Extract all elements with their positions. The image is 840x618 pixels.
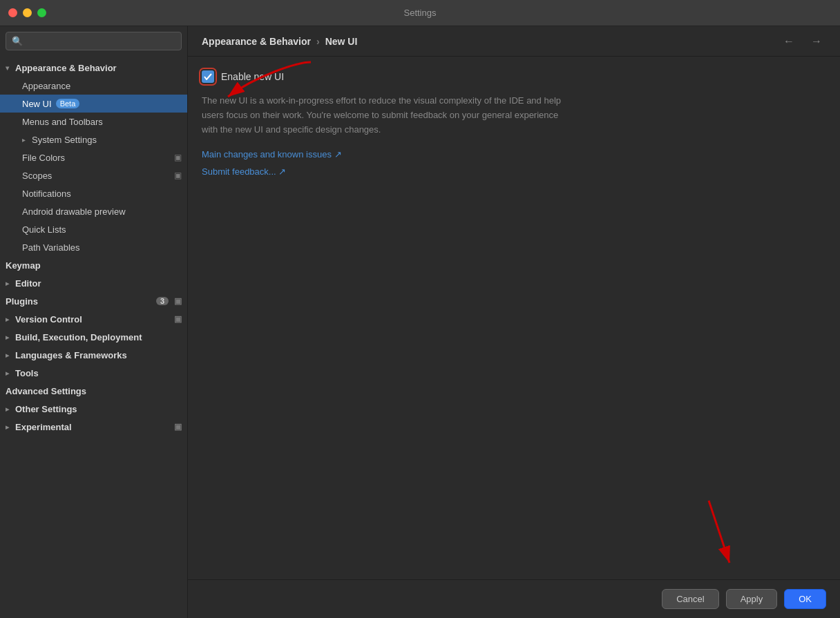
sidebar-item-label: System Settings: [32, 135, 97, 145]
beta-badge: Beta: [56, 99, 80, 108]
settings-icon: ▣: [174, 296, 182, 306]
sidebar-item-android-drawable[interactable]: Android drawable preview: [0, 202, 187, 220]
settings-icon: ▣: [174, 171, 182, 180]
enable-newui-row: Enable new UI: [202, 70, 826, 83]
content-header: Appearance & Behavior › New UI ← →: [188, 26, 840, 57]
chevron-icon: [6, 351, 15, 359]
content-area: Appearance & Behavior › New UI ← → Enabl…: [188, 26, 840, 618]
search-icon: 🔍: [12, 36, 23, 46]
footer: Cancel Apply OK: [188, 579, 840, 618]
sidebar-item-label: Scopes: [22, 171, 52, 181]
sidebar: 🔍 Appearance & Behavior Appearance New U…: [0, 26, 188, 618]
main-layout: 🔍 Appearance & Behavior Appearance New U…: [0, 26, 840, 618]
enable-newui-checkbox[interactable]: [202, 70, 214, 83]
main-changes-link-text: Main changes and known issues ↗: [202, 149, 342, 160]
sidebar-item-appearance-behavior[interactable]: Appearance & Behavior: [0, 59, 187, 77]
chevron-icon: [6, 405, 15, 413]
sidebar-item-build-exec[interactable]: Build, Execution, Deployment: [0, 328, 187, 346]
settings-icon: ▣: [174, 422, 182, 432]
breadcrumb: Appearance & Behavior › New UI: [202, 36, 357, 47]
content-body: Enable new UI The new UI is a work-in-pr…: [188, 57, 840, 579]
sidebar-item-experimental[interactable]: Experimental ▣: [0, 418, 187, 436]
sidebar-item-appearance[interactable]: Appearance: [0, 77, 187, 95]
chevron-icon: [6, 64, 15, 72]
sidebar-item-new-ui[interactable]: New UI Beta: [0, 95, 187, 113]
back-button[interactable]: ←: [779, 34, 799, 49]
sidebar-item-tools[interactable]: Tools: [0, 364, 187, 382]
breadcrumb-parent: Appearance & Behavior: [202, 36, 311, 47]
window-controls: [8, 8, 46, 17]
sidebar-item-label: Menus and Toolbars: [22, 117, 103, 127]
checkmark-icon: [204, 73, 212, 80]
sidebar-item-label: Experimental: [15, 422, 72, 432]
minimize-button[interactable]: [23, 8, 32, 17]
nav-buttons: ← →: [779, 34, 826, 49]
sidebar-item-path-variables[interactable]: Path Variables: [0, 238, 187, 256]
sidebar-item-file-colors[interactable]: File Colors ▣: [0, 148, 187, 166]
sidebar-item-label: Quick Lists: [22, 224, 66, 235]
titlebar: Settings: [0, 0, 840, 26]
chevron-icon: [6, 369, 15, 377]
sidebar-item-scopes[interactable]: Scopes ▣: [0, 166, 187, 184]
sidebar-item-label: Version Control: [15, 314, 82, 325]
sidebar-item-label: Tools: [15, 368, 39, 378]
chevron-icon: [6, 334, 15, 341]
search-input[interactable]: [27, 36, 175, 46]
plugins-badge: 3: [156, 297, 169, 305]
sidebar-item-other-settings[interactable]: Other Settings: [0, 400, 187, 418]
sidebar-item-menus-toolbars[interactable]: Menus and Toolbars: [0, 113, 187, 131]
sidebar-item-label: Appearance & Behavior: [15, 63, 117, 73]
sidebar-tree: Appearance & Behavior Appearance New UI …: [0, 56, 187, 618]
sidebar-item-label: Appearance: [22, 81, 70, 91]
sidebar-item-label: Editor: [15, 278, 41, 289]
sidebar-item-advanced-settings[interactable]: Advanced Settings: [0, 382, 187, 400]
sidebar-item-label: Advanced Settings: [6, 386, 86, 396]
sidebar-item-version-control[interactable]: Version Control ▣: [0, 310, 187, 328]
enable-newui-label: Enable new UI: [221, 71, 284, 82]
sidebar-item-label: Keymap: [6, 260, 41, 271]
chevron-icon: [6, 423, 15, 431]
maximize-button[interactable]: [37, 8, 46, 17]
sidebar-item-editor[interactable]: Editor: [0, 274, 187, 292]
breadcrumb-separator: ›: [316, 36, 320, 47]
cancel-button[interactable]: Cancel: [662, 589, 718, 609]
window-title: Settings: [404, 8, 437, 18]
apply-button[interactable]: Apply: [726, 589, 778, 609]
settings-icon: ▣: [174, 314, 182, 324]
sidebar-item-label: New UI: [22, 99, 52, 109]
sidebar-item-label: Android drawable preview: [22, 206, 126, 217]
search-box[interactable]: 🔍: [6, 32, 182, 50]
sidebar-item-label: Other Settings: [15, 404, 77, 414]
main-changes-link[interactable]: Main changes and known issues ↗: [202, 149, 826, 160]
sidebar-item-keymap[interactable]: Keymap: [0, 256, 187, 274]
sidebar-item-quick-lists[interactable]: Quick Lists: [0, 220, 187, 238]
description-text: The new UI is a work-in-progress effort …: [202, 94, 561, 137]
sidebar-item-label: Notifications: [22, 189, 71, 199]
sidebar-item-system-settings[interactable]: System Settings: [0, 131, 187, 148]
sidebar-item-notifications[interactable]: Notifications: [0, 184, 187, 202]
settings-icon: ▣: [174, 153, 182, 162]
close-button[interactable]: [8, 8, 17, 17]
sidebar-item-label: Languages & Frameworks: [15, 350, 127, 360]
chevron-icon: [22, 136, 32, 144]
breadcrumb-child: New UI: [325, 36, 358, 47]
sidebar-item-label: File Colors: [22, 153, 65, 163]
ok-button[interactable]: OK: [784, 589, 826, 609]
forward-button[interactable]: →: [807, 34, 826, 49]
submit-feedback-link[interactable]: Submit feedback... ↗: [202, 166, 826, 177]
sidebar-item-label: Plugins: [6, 296, 38, 307]
chevron-icon: [6, 316, 15, 323]
submit-feedback-link-text: Submit feedback... ↗: [202, 166, 286, 177]
sidebar-item-plugins[interactable]: Plugins 3 ▣: [0, 292, 187, 310]
chevron-icon: [6, 280, 15, 287]
sidebar-item-languages[interactable]: Languages & Frameworks: [0, 346, 187, 364]
sidebar-item-label: Path Variables: [22, 242, 80, 253]
sidebar-item-label: Build, Execution, Deployment: [15, 332, 142, 342]
